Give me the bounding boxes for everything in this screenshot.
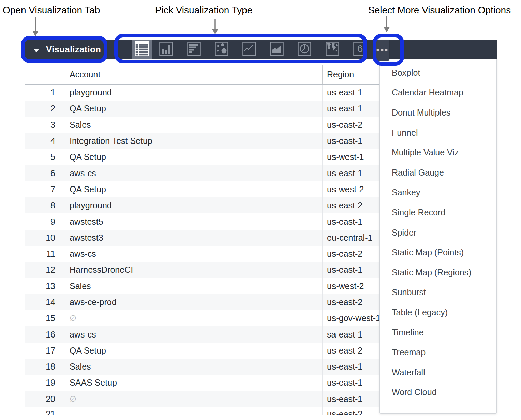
viz-type-bar-chart[interactable] (184, 40, 204, 59)
row-number-cell: 9 (25, 217, 62, 227)
row-number-cell: 21 (25, 407, 62, 415)
table-row: 7QA Setupus-west-2 (25, 181, 379, 197)
ellipsis-icon (376, 47, 388, 53)
menu-item-static-map-points[interactable]: Static Map (Points) (380, 242, 496, 262)
more-viz-options-menu: BoxplotCalendar HeatmapDonut MultiplesFu… (379, 59, 497, 414)
table-row: 6aws-csus-east-1 (25, 165, 379, 181)
region-cell: us-east-2 (322, 294, 379, 310)
table-row: 4Integration Test Setupus-east-1 (25, 133, 379, 149)
menu-item-single-record[interactable]: Single Record (380, 202, 496, 223)
viz-type-single-value[interactable]: 6 (350, 40, 370, 59)
region-cell: us-east-1 (322, 359, 379, 375)
row-number-cell: 17 (25, 346, 62, 356)
region-cell: us-east-2 (322, 343, 379, 359)
row-number-cell: 19 (25, 378, 62, 388)
menu-item-timeline[interactable]: Timeline (380, 322, 496, 343)
visualization-tab[interactable]: Visualization (25, 40, 107, 59)
menu-item-funnel[interactable]: Funnel (380, 123, 496, 143)
region-cell: us-east-1 (322, 133, 379, 149)
annotation-more-viz-options: Select More Visualization Options (368, 5, 511, 16)
account-cell: awstest3 (62, 230, 322, 246)
annotation-arrow-down-icon (381, 16, 392, 34)
row-number-cell: 8 (25, 200, 62, 210)
chevron-down-icon (33, 48, 39, 51)
account-cell: Sales (62, 278, 322, 294)
viz-type-column-chart[interactable] (156, 40, 176, 59)
row-number-cell: 6 (25, 168, 62, 178)
account-cell: aws-cs (62, 326, 322, 342)
account-cell (62, 407, 322, 415)
column-header-region[interactable]: Region (322, 65, 379, 84)
line-chart-icon (242, 42, 256, 57)
viz-type-pie-chart[interactable] (295, 40, 314, 59)
table-row: 2QA Setupus-east-1 (25, 101, 379, 117)
scatter-icon (215, 42, 228, 57)
row-number-cell: 3 (25, 120, 62, 130)
menu-item-sankey[interactable]: Sankey (380, 183, 496, 203)
menu-item-sunburst[interactable]: Sunburst (380, 283, 496, 303)
menu-item-waterfall[interactable]: Waterfall (380, 362, 496, 382)
viz-type-map[interactable] (323, 40, 342, 59)
row-number-cell: 18 (25, 362, 62, 372)
menu-item-radial-gauge[interactable]: Radial Gauge (380, 163, 496, 183)
table-row: 9awstest5us-east-1 (25, 213, 379, 229)
account-cell: Sales (62, 117, 322, 133)
table-row: 17QA Setupus-east-2 (25, 343, 379, 359)
menu-item-table-legacy[interactable]: Table (Legacy) (380, 302, 496, 322)
row-number-cell: 2 (25, 104, 62, 114)
menu-item-calendar-heatmap[interactable]: Calendar Heatmap (380, 83, 496, 103)
svg-text:6: 6 (357, 43, 363, 54)
menu-item-donut-multiples[interactable]: Donut Multiples (380, 103, 496, 123)
table-row: 14aws-ce-produs-east-2 (25, 294, 379, 310)
table-row: 19SAAS Setupus-east-1 (25, 375, 379, 391)
account-cell: SAAS Setup (62, 375, 322, 391)
table-row: 1playgroundus-east-1 (25, 85, 379, 101)
region-cell: us-east-1 (322, 85, 379, 101)
visualization-tab-label: Visualization (46, 44, 101, 55)
table-row: 20∅us-east-1 (25, 391, 379, 407)
results-table: Account Region 1playgroundus-east-12QA S… (25, 65, 379, 415)
table-row: 11aws-csus-east-2 (25, 246, 379, 262)
menu-item-word-cloud[interactable]: Word Cloud (380, 382, 496, 403)
viz-type-table[interactable] (132, 40, 152, 59)
region-cell: us-east-2 (322, 117, 379, 133)
account-cell: HarnessDroneCI (62, 262, 322, 278)
account-cell: QA Setup (62, 149, 322, 165)
more-viz-options-button[interactable] (375, 40, 389, 61)
row-number-cell: 7 (25, 184, 62, 194)
row-number-cell: 13 (25, 281, 62, 291)
row-number-cell: 12 (25, 265, 62, 275)
viz-type-scatter[interactable] (212, 40, 232, 59)
menu-item-static-map-regions[interactable]: Static Map (Regions) (380, 262, 496, 283)
table-row: 5QA Setupus-west-1 (25, 149, 379, 165)
annotation-open-viz-tab: Open Visualization Tab (3, 5, 100, 16)
table-row: 3Salesus-east-2 (25, 117, 379, 133)
column-chart-icon (159, 42, 173, 57)
menu-item-spider[interactable]: Spider (380, 223, 496, 243)
single-value-icon: 6 (353, 42, 367, 57)
region-cell: us-west-2 (322, 278, 379, 294)
viz-type-line-chart[interactable] (239, 40, 259, 59)
account-cell: QA Setup (62, 101, 322, 117)
region-cell: us-east-2 (322, 246, 379, 262)
menu-item-multiple-value-viz[interactable]: Multiple Value Viz (380, 142, 496, 163)
table-row: 16aws-cssa-east-1 (25, 326, 379, 342)
menu-item-treemap[interactable]: Treemap (380, 342, 496, 362)
row-number-cell: 4 (25, 136, 62, 146)
visualization-toolbar: Visualization 6 (25, 40, 497, 59)
region-cell: us-east-1 (322, 375, 379, 391)
column-header-account[interactable]: Account (62, 65, 322, 84)
bar-chart-icon (187, 42, 201, 57)
region-cell: eu-central-1 (322, 230, 379, 246)
table-row: 8playgroundus-east-2 (25, 197, 379, 213)
menu-item-boxplot[interactable]: Boxplot (380, 63, 496, 83)
region-cell: us-east-2 (322, 197, 379, 213)
table-row: 13Salesus-west-2 (25, 278, 379, 294)
region-cell: us-east-1 (322, 262, 379, 278)
screenshot-root: Open Visualization Tab Pick Visualizatio… (0, 0, 521, 420)
viz-type-area-chart[interactable] (267, 40, 287, 59)
row-number-cell: 11 (25, 249, 62, 259)
row-number-cell: 5 (25, 152, 62, 162)
pie-chart-icon (298, 42, 311, 57)
account-cell: aws-cs (62, 246, 322, 262)
